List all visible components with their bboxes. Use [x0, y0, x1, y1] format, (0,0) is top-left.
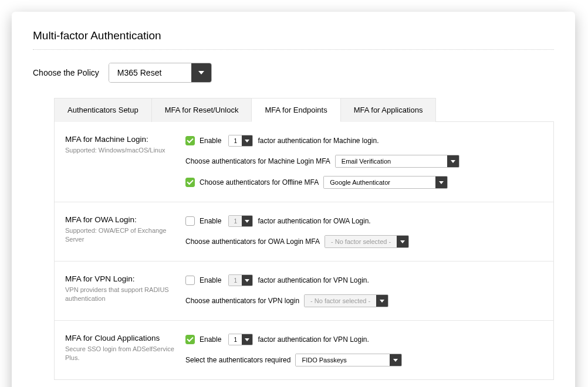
offline-row: Choose authenticators for Offline MFA Go… [185, 176, 543, 189]
divider [33, 49, 554, 50]
chevron-down-icon [245, 279, 249, 282]
policy-select-toggle[interactable] [191, 63, 211, 82]
section-title: MFA for Machine Login: [65, 135, 185, 144]
section-cloud-applications: MFA for Cloud Applications Secure SSO lo… [55, 321, 553, 379]
policy-select[interactable]: M365 Reset [109, 63, 212, 83]
authenticator-value: - No factor selected - [305, 295, 376, 307]
chevron-down-icon [245, 140, 249, 142]
authenticator-toggle[interactable] [390, 354, 401, 366]
enable-row: Enable 1 factor authentication for Machi… [185, 135, 543, 147]
section-header: MFA for Machine Login: Supported: Window… [65, 135, 185, 189]
enable-row: Enable 1 factor authentication for OWA L… [185, 215, 543, 227]
authenticator-toggle[interactable] [397, 236, 408, 247]
policy-row: Choose the Policy M365 Reset [33, 63, 554, 83]
policy-select-value: M365 Reset [109, 63, 191, 82]
chevron-down-icon [451, 160, 455, 163]
tab-mfa-endpoints[interactable]: MFA for Endpoints [251, 98, 340, 122]
authenticator-row: Select the authenticators required FIDO … [185, 354, 543, 366]
enable-trail: factor authentication for VPN Login. [258, 276, 369, 284]
chevron-down-icon [393, 359, 398, 362]
chevron-down-icon [380, 300, 384, 303]
enable-label: Enable [200, 137, 221, 145]
section-title: MFA for VPN Login: [65, 274, 185, 283]
section-body: Enable 1 factor authentication for Machi… [185, 135, 543, 189]
factor-count-value: 1 [229, 216, 242, 226]
authenticator-select[interactable]: FIDO Passkeys [295, 354, 402, 366]
enable-label: Enable [200, 217, 221, 225]
enable-row: Enable 1 factor authentication for VPN L… [185, 274, 543, 286]
section-title: MFA for Cloud Applications [65, 334, 185, 342]
factor-count-toggle[interactable] [242, 334, 252, 345]
section-header: MFA for OWA Login: Supported: OWA/ECP of… [65, 215, 185, 248]
factor-count-value: 1 [229, 334, 242, 345]
tab-mfa-applications[interactable]: MFA for Applications [340, 98, 437, 122]
factor-count-select[interactable]: 1 [228, 274, 253, 286]
factor-count-toggle[interactable] [242, 135, 252, 146]
authenticator-value: FIDO Passkeys [296, 354, 390, 366]
enable-row: Enable 1 factor authentication for VPN L… [185, 334, 543, 345]
enable-label: Enable [200, 335, 221, 344]
section-body: Enable 1 factor authentication for VPN L… [185, 334, 543, 366]
section-subtitle: Supported: OWA/ECP of Exchange Server [65, 226, 185, 245]
authenticator-select[interactable]: Email Verification [335, 155, 459, 168]
factor-count-value: 1 [229, 135, 242, 146]
authenticator-select[interactable]: - No factor selected - [304, 294, 388, 307]
factor-count-value: 1 [229, 275, 242, 286]
chevron-down-icon [245, 338, 249, 341]
authenticator-value: Email Verification [336, 155, 447, 167]
authenticator-row: Choose authenticators for OWA Login MFA … [185, 235, 543, 248]
tab-authenticators-setup[interactable]: Authenticators Setup [54, 98, 152, 122]
tab-bar: Authenticators Setup MFA for Reset/Unloc… [54, 98, 554, 122]
content-area: Authenticators Setup MFA for Reset/Unloc… [54, 98, 554, 380]
offline-authenticator-value: Google Authenticator [324, 176, 435, 188]
enable-checkbox[interactable] [185, 276, 195, 285]
enable-trail: factor authentication for OWA Login. [258, 217, 370, 225]
tab-mfa-reset-unlock[interactable]: MFA for Reset/Unlock [151, 98, 252, 122]
chevron-down-icon [400, 240, 405, 243]
factor-count-toggle[interactable] [242, 275, 252, 286]
section-title: MFA for OWA Login: [65, 215, 185, 224]
factor-count-select[interactable]: 1 [228, 135, 253, 147]
section-body: Enable 1 factor authentication for VPN L… [185, 274, 543, 307]
offline-label: Choose authenticators for Offline MFA [200, 178, 319, 186]
settings-card: Multi-factor Authentication Choose the P… [12, 12, 575, 387]
chevron-down-icon [439, 181, 444, 184]
enable-label: Enable [200, 276, 221, 284]
authenticator-toggle[interactable] [447, 155, 459, 167]
section-machine-login: MFA for Machine Login: Supported: Window… [55, 122, 553, 202]
authenticator-label: Choose authenticators for VPN login [185, 297, 299, 305]
authenticator-row: Choose authenticators for VPN login - No… [185, 294, 543, 307]
enable-checkbox[interactable] [185, 136, 195, 145]
section-header: MFA for VPN Login: VPN providers that su… [65, 274, 185, 307]
authenticator-toggle[interactable] [376, 295, 388, 307]
policy-label: Choose the Policy [33, 68, 99, 77]
section-subtitle: VPN providers that support RADIUS authen… [65, 286, 185, 304]
factor-count-select[interactable]: 1 [228, 215, 253, 227]
enable-checkbox[interactable] [185, 335, 195, 344]
enable-trail: factor authentication for VPN Login. [258, 335, 369, 344]
section-body: Enable 1 factor authentication for OWA L… [185, 215, 543, 248]
authenticator-row: Choose authenticators for Machine Login … [185, 155, 543, 168]
authenticator-label: Choose authenticators for Machine Login … [185, 157, 330, 165]
authenticator-label: Select the authenticators required [185, 356, 290, 364]
page-title: Multi-factor Authentication [33, 29, 554, 42]
enable-trail: factor authentication for Machine login. [258, 137, 379, 145]
authenticator-select[interactable]: - No factor selected - [325, 235, 409, 248]
factor-count-toggle[interactable] [242, 216, 252, 226]
section-header: MFA for Cloud Applications Secure SSO lo… [65, 334, 185, 366]
chevron-down-icon [198, 71, 204, 74]
tab-panel: MFA for Machine Login: Supported: Window… [54, 121, 554, 380]
offline-authenticator-select[interactable]: Google Authenticator [323, 176, 448, 189]
enable-checkbox[interactable] [185, 216, 195, 226]
offline-checkbox[interactable] [185, 178, 195, 187]
section-owa-login: MFA for OWA Login: Supported: OWA/ECP of… [55, 202, 553, 262]
offline-authenticator-toggle[interactable] [435, 176, 447, 188]
authenticator-label: Choose authenticators for OWA Login MFA [185, 237, 320, 246]
section-vpn-login: MFA for VPN Login: VPN providers that su… [55, 262, 553, 321]
authenticator-value: - No factor selected - [325, 236, 397, 247]
section-subtitle: Secure SSO login from ADSelfService Plus… [65, 345, 185, 363]
section-subtitle: Supported: Windows/macOS/Linux [65, 146, 185, 155]
chevron-down-icon [245, 220, 249, 223]
factor-count-select[interactable]: 1 [228, 334, 253, 345]
